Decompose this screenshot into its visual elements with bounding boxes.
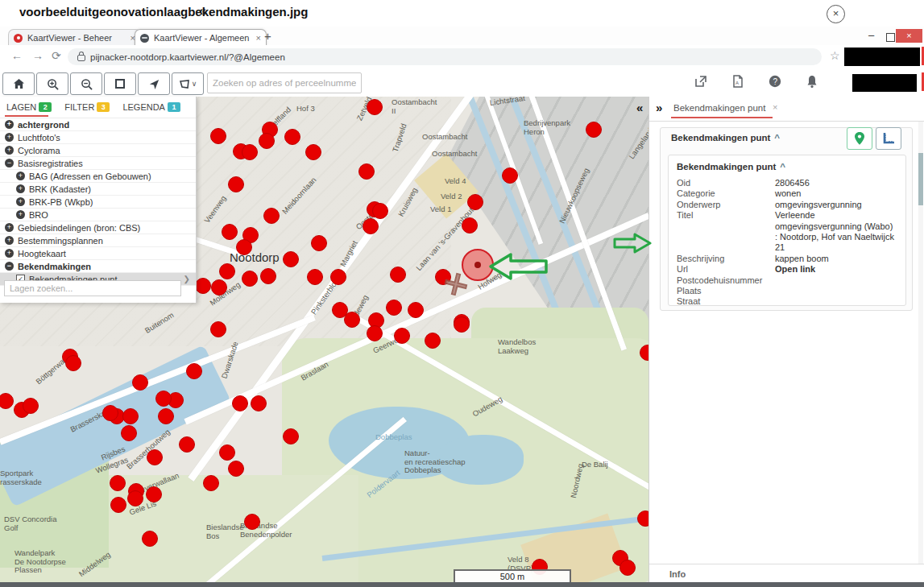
bekendmaking-marker[interactable]: [203, 475, 219, 491]
window-minimize-button[interactable]: –: [868, 29, 874, 41]
bekendmaking-marker[interactable]: [23, 398, 39, 414]
collapse-icon[interactable]: −: [5, 262, 14, 271]
url-field[interactable]: pijnacker-nootdorp.kaartviewer.nl/?@Alge…: [68, 48, 822, 65]
bekendmaking-marker[interactable]: [210, 321, 226, 337]
bekendmaking-marker[interactable]: [236, 239, 252, 255]
bekendmaking-marker[interactable]: [260, 268, 276, 284]
bekendmaking-marker[interactable]: [425, 333, 441, 349]
bekendmaking-marker[interactable]: [228, 461, 244, 477]
select-polygon-button[interactable]: ∨: [172, 72, 204, 95]
bekendmaking-marker[interactable]: [358, 163, 375, 180]
bekendmaking-marker[interactable]: [454, 316, 470, 333]
bekendmaking-marker[interactable]: [283, 428, 299, 444]
expand-icon[interactable]: +: [5, 236, 14, 245]
bekendmaking-marker[interactable]: [394, 328, 410, 344]
layer-search-input[interactable]: [4, 280, 181, 296]
layer-item[interactable]: +Luchtfoto's: [0, 131, 196, 144]
bekendmaking-marker[interactable]: [462, 217, 478, 234]
bekendmaking-marker[interactable]: [146, 486, 162, 502]
tab-legenda[interactable]: LEGENDA 1: [122, 102, 180, 112]
bekendmaking-marker[interactable]: [210, 128, 226, 144]
tab-filter[interactable]: FILTER 3: [64, 102, 110, 112]
bekendmaking-marker[interactable]: [251, 395, 267, 411]
bookmark-star-icon[interactable]: ☆: [830, 49, 840, 62]
back-icon[interactable]: ←: [11, 49, 23, 62]
layer-item[interactable]: +Gebiedsindelingen (bron: CBS): [0, 221, 196, 234]
bekendmaking-marker[interactable]: [211, 279, 227, 296]
panel-collapse-left-icon[interactable]: «: [636, 101, 643, 114]
layer-item[interactable]: −Basisregistraties: [0, 157, 196, 170]
bekendmaking-marker[interactable]: [110, 497, 126, 513]
browser-tab-algemeen[interactable]: KaartViewer - Algemeen ×: [135, 29, 267, 46]
bekendmaking-marker[interactable]: [408, 302, 424, 318]
expand-icon[interactable]: +: [5, 223, 14, 232]
tab-lagen[interactable]: LAGEN 2: [6, 102, 52, 112]
open-link[interactable]: Open link: [775, 264, 905, 275]
bekendmaking-marker[interactable]: [121, 425, 137, 441]
expand-icon[interactable]: +: [16, 210, 25, 219]
expand-icon[interactable]: +: [5, 133, 14, 142]
home-button[interactable]: [2, 72, 35, 95]
attribute-section-title[interactable]: Bekendmakingen punt^: [677, 162, 905, 172]
bekendmaking-marker[interactable]: [242, 271, 258, 287]
layer-item[interactable]: +BAG (Adressen en Gebouwen): [0, 170, 196, 183]
open-external-icon[interactable]: [694, 74, 708, 89]
bekendmaking-marker[interactable]: [467, 194, 483, 210]
zoom-to-feature-button[interactable]: [847, 127, 872, 150]
bekendmaking-marker[interactable]: [330, 269, 346, 285]
browser-tab-beheer[interactable]: KaartViewer - Beheer ×: [8, 29, 141, 46]
layer-item[interactable]: +Hoogtekaart: [0, 247, 196, 260]
panel-scrollbar-thumb[interactable]: [918, 153, 923, 205]
bekendmaking-marker[interactable]: [637, 511, 648, 527]
bekendmaking-marker[interactable]: [586, 122, 602, 138]
reload-icon[interactable]: ⟳: [52, 49, 61, 62]
bekendmaking-marker[interactable]: [222, 224, 238, 240]
bekendmaking-marker[interactable]: [344, 312, 360, 328]
bekendmaking-marker[interactable]: [263, 208, 280, 224]
expand-icon[interactable]: +: [16, 184, 25, 193]
expand-icon[interactable]: +: [5, 120, 14, 129]
bekendmaking-marker[interactable]: [307, 269, 323, 285]
measure-button[interactable]: [876, 127, 901, 150]
bekendmaking-marker[interactable]: [242, 144, 258, 160]
bekendmaking-marker[interactable]: [127, 490, 143, 506]
map-search-input[interactable]: [207, 72, 362, 93]
panel-tab-close-icon[interactable]: ×: [773, 102, 777, 112]
layer-item[interactable]: −Bekendmakingen: [0, 260, 196, 273]
bekendmaking-marker[interactable]: [102, 405, 118, 421]
collapse-icon[interactable]: −: [5, 159, 14, 167]
layer-item[interactable]: +BRK (Kadaster): [0, 183, 196, 196]
bekendmaking-marker[interactable]: [367, 99, 383, 115]
layer-item[interactable]: +Bestemmingsplannen: [0, 234, 196, 247]
forward-icon[interactable]: →: [32, 49, 44, 62]
bekendmaking-marker[interactable]: [147, 449, 163, 465]
pdf-export-icon[interactable]: A: [731, 74, 745, 89]
bekendmaking-marker[interactable]: [390, 267, 406, 283]
bekendmaking-marker[interactable]: [502, 167, 518, 184]
viewer-close-icon[interactable]: ×: [827, 5, 845, 23]
help-icon[interactable]: ?: [768, 74, 782, 89]
bekendmaking-marker[interactable]: [228, 176, 244, 192]
bekendmaking-marker[interactable]: [259, 133, 275, 149]
layer-item[interactable]: +achtergrond: [0, 118, 196, 131]
zoom-in-button[interactable]: [36, 72, 68, 95]
panel-collapse-right-icon[interactable]: »: [656, 101, 662, 114]
bekendmaking-marker[interactable]: [305, 144, 321, 160]
bekendmaking-marker[interactable]: [244, 514, 260, 530]
expand-icon[interactable]: +: [5, 249, 14, 258]
bekendmaking-marker[interactable]: [367, 325, 383, 341]
layer-item[interactable]: +BRO: [0, 209, 196, 221]
bekendmaking-marker[interactable]: [386, 300, 402, 316]
bekendmaking-marker[interactable]: [284, 129, 300, 145]
feature-card-title[interactable]: Bekendmakingen punt^: [671, 133, 780, 143]
window-restore-button[interactable]: [886, 33, 895, 42]
layer-item[interactable]: +Cyclorama: [0, 144, 196, 157]
bekendmaking-marker[interactable]: [142, 531, 158, 547]
zoom-extent-button[interactable]: [104, 72, 136, 95]
bekendmaking-marker[interactable]: [179, 436, 195, 453]
expand-icon[interactable]: +: [16, 197, 25, 206]
layer-item[interactable]: +BRK-PB (Wkpb): [0, 196, 196, 209]
new-tab-button[interactable]: +: [264, 29, 271, 43]
bekendmaking-marker[interactable]: [65, 355, 81, 371]
expand-icon[interactable]: +: [16, 172, 25, 180]
